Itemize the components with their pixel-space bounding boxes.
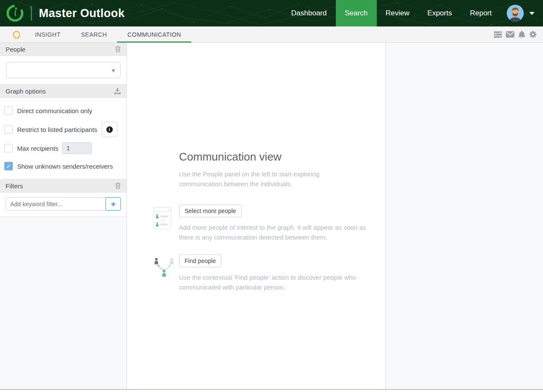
filters-panel-header: Filters [0, 179, 126, 193]
mail-icon[interactable] [506, 31, 514, 38]
filters-body: + [0, 193, 126, 217]
page-title: Communication view [179, 150, 385, 164]
find-people-description: Use the contextual 'Find people' action … [179, 272, 372, 292]
show-unknown-checkbox[interactable]: ✓ [4, 162, 13, 170]
user-avatar[interactable] [507, 5, 524, 22]
keyword-filter-input[interactable] [6, 197, 106, 211]
tab-insight[interactable]: INSIGHT [25, 26, 71, 42]
max-recipients-input[interactable] [62, 142, 92, 154]
people-panel-title: People [6, 46, 26, 53]
clear-filters-trash-icon[interactable] [115, 182, 121, 189]
max-recipients-checkbox[interactable] [4, 144, 13, 152]
info-circle-icon: i [106, 126, 113, 133]
nav-item-dashboard[interactable]: Dashboard [282, 0, 336, 26]
option-row-max-recipients: Max recipients [4, 139, 122, 158]
select-more-people-description: Add more people of interest to the graph… [179, 222, 372, 242]
right-panel [386, 43, 543, 389]
graph-options-panel-header: Graph options [0, 85, 126, 98]
nav-item-review[interactable]: Review [377, 0, 419, 26]
nav-item-report[interactable]: Report [461, 0, 501, 26]
find-people-icon [153, 257, 175, 278]
tab-communication[interactable]: COMMUNICATION [117, 26, 191, 42]
nav-item-exports[interactable]: Exports [418, 0, 461, 26]
add-filter-button[interactable]: + [106, 197, 121, 211]
nav-item-search[interactable]: Search [336, 0, 377, 26]
restrict-participants-checkbox[interactable] [4, 125, 13, 134]
filters-title: Filters [6, 182, 23, 190]
bell-icon[interactable] [518, 31, 525, 38]
restrict-participants-info-button[interactable]: i [102, 122, 117, 137]
direct-communication-checkbox[interactable] [4, 106, 13, 115]
gear-icon[interactable] [529, 31, 537, 38]
graph-options-body: Direct communication only Restrict to li… [0, 98, 126, 179]
communication-view-panel: Communication view Use the People panel … [127, 43, 386, 389]
window-bottom-gap [0, 390, 543, 392]
tab-search[interactable]: SEARCH [71, 26, 117, 42]
export-graph-download-icon[interactable] [114, 88, 121, 94]
select-more-people-section: Select more people Add more people of in… [179, 205, 385, 242]
option-row-restrict-participants: Restrict to listed participants i [4, 120, 122, 139]
main-nav: Dashboard Search Review Exports Report [282, 0, 501, 26]
view-tab-bar: INSIGHT SEARCH COMMUNICATION [0, 26, 543, 43]
server-icon[interactable] [494, 31, 502, 38]
clear-people-trash-icon[interactable] [115, 46, 121, 53]
show-unknown-label: Show unknown senders/receivers [17, 163, 113, 170]
restrict-participants-label: Restrict to listed participants [17, 126, 97, 133]
logo-area: Master Outlook [0, 0, 125, 26]
logo-divider [31, 6, 32, 20]
tabbar-actions [494, 26, 543, 42]
people-panel-header: People [0, 43, 126, 56]
sidebar: People ▾ Graph options [0, 43, 127, 389]
max-recipients-label: Max recipients [17, 145, 59, 152]
user-menu[interactable] [501, 0, 543, 26]
insight-head-icon [11, 29, 22, 40]
people-panel-body: ▾ [0, 56, 126, 85]
people-select[interactable]: ▾ [6, 62, 120, 78]
app-title: Master Outlook [39, 7, 125, 20]
app-logo-icon [5, 3, 25, 23]
find-people-section: Find people Use the contextual 'Find peo… [179, 255, 385, 292]
user-menu-caret-icon[interactable] [529, 12, 534, 15]
chevron-down-icon: ▾ [112, 67, 115, 73]
select-more-people-button[interactable]: Select more people [179, 205, 242, 217]
direct-communication-label: Direct communication only [17, 107, 92, 114]
empty-state: Communication view Use the People panel … [127, 43, 385, 292]
option-row-show-unknown: ✓ Show unknown senders/receivers [4, 158, 122, 175]
people-list-icon [153, 207, 172, 230]
page-intro: Use the People panel on the left to star… [179, 169, 331, 189]
content-area: People ▾ Graph options [0, 43, 543, 389]
find-people-button[interactable]: Find people [179, 255, 221, 267]
app-header: Master Outlook Dashboard Search Review E… [0, 0, 543, 26]
graph-options-title: Graph options [6, 88, 46, 95]
option-row-direct-communication: Direct communication only [4, 101, 122, 120]
